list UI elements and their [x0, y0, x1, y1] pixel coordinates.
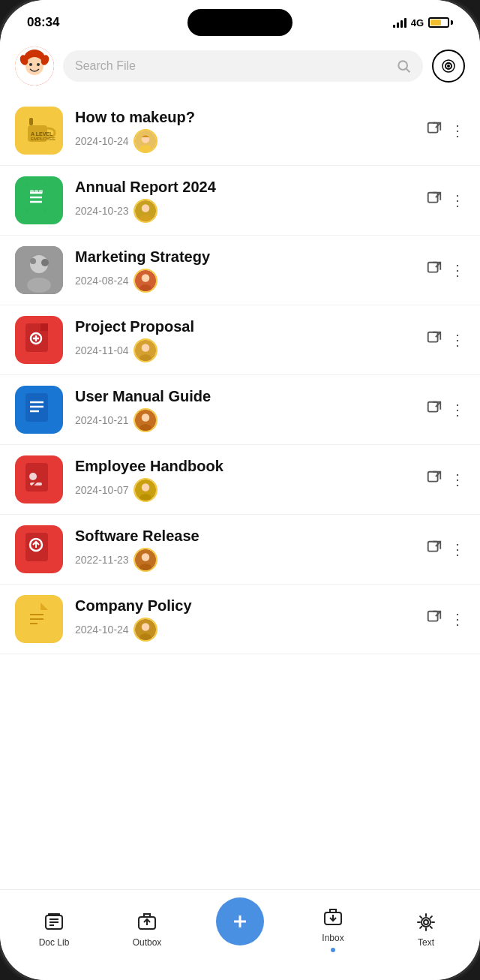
- list-item[interactable]: Annual Report 2024 2024-10-23: [0, 166, 480, 236]
- more-options-icon[interactable]: ⋮: [450, 470, 465, 488]
- file-avatar: [134, 618, 158, 642]
- open-external-icon[interactable]: [426, 260, 442, 281]
- avatar-svg: [15, 47, 54, 86]
- more-options-icon[interactable]: ⋮: [450, 401, 465, 419]
- signal-bars-icon: [393, 17, 406, 28]
- nav-label-inbox: Inbox: [322, 933, 344, 943]
- scan-icon: [440, 57, 458, 75]
- file-title: Annual Report 2024: [75, 179, 414, 196]
- more-options-icon[interactable]: ⋮: [450, 610, 465, 628]
- more-options-icon[interactable]: ⋮: [450, 122, 465, 140]
- file-date: 2024-10-07: [75, 484, 129, 496]
- list-item[interactable]: Marketing Strategy 2024-08-24: [0, 236, 480, 305]
- svg-point-75: [141, 553, 149, 561]
- file-avatar: [134, 548, 158, 572]
- svg-point-7: [398, 61, 407, 70]
- network-type: 4G: [411, 17, 424, 29]
- file-info: Software Release 2022-11-23: [75, 528, 414, 572]
- file-title: Employee Handbook: [75, 458, 414, 475]
- svg-point-85: [140, 633, 152, 642]
- svg-point-60: [140, 424, 152, 432]
- svg-point-99: [424, 920, 428, 924]
- file-avatar: [134, 338, 158, 362]
- dynamic-island: [188, 9, 292, 36]
- nav-item-outbox[interactable]: Outbox: [100, 910, 194, 948]
- file-info: Annual Report 2024 2024-10-23: [75, 179, 414, 223]
- file-date: 2022-11-23: [75, 554, 129, 566]
- file-actions: ⋮: [426, 400, 465, 420]
- file-actions: ⋮: [426, 470, 465, 490]
- open-external-icon[interactable]: [426, 330, 442, 350]
- search-bar[interactable]: Search File: [63, 50, 423, 82]
- nav-item-inbox[interactable]: Inbox: [286, 906, 380, 952]
- file-avatar: [134, 478, 158, 502]
- svg-point-37: [27, 278, 51, 293]
- file-icon-policy: [15, 595, 63, 643]
- open-external-icon[interactable]: [426, 470, 442, 490]
- phone-screen: 08:34 4G: [0, 0, 480, 980]
- outbox-icon: [135, 910, 159, 934]
- more-options-icon[interactable]: ⋮: [450, 540, 465, 558]
- file-actions: ⋮: [426, 191, 465, 211]
- svg-point-31: [140, 215, 152, 223]
- file-meta: 2024-11-04: [75, 338, 414, 362]
- nav-item-doc-lib[interactable]: Doc Lib: [8, 910, 100, 948]
- open-external-icon[interactable]: [426, 540, 442, 560]
- svg-text:EMPLOYEE: EMPLOYEE: [31, 137, 56, 141]
- inbox-active-dot: [331, 948, 335, 952]
- list-item[interactable]: Project Proposal 2024-11-04: [0, 305, 480, 375]
- svg-text:A LEVEL: A LEVEL: [31, 131, 53, 137]
- file-info: Company Policy 2024-10-24: [75, 597, 414, 642]
- phone-frame: 08:34 4G: [0, 0, 480, 980]
- file-meta: 2024-10-24: [75, 129, 414, 153]
- file-list: A LEVEL EMPLOYEE How to makeup? 2024-10-…: [0, 93, 480, 889]
- open-external-icon[interactable]: [426, 191, 442, 211]
- svg-point-18: [140, 145, 152, 153]
- file-actions: ⋮: [426, 330, 465, 350]
- file-date: 2024-08-24: [75, 275, 129, 287]
- nav-item-add[interactable]: [194, 897, 286, 960]
- open-external-icon[interactable]: [426, 609, 442, 630]
- add-button[interactable]: [216, 897, 264, 945]
- file-info: Project Proposal 2024-11-04: [75, 318, 414, 362]
- file-date: 2024-10-23: [75, 205, 129, 217]
- list-item[interactable]: A LEVEL EMPLOYEE How to makeup? 2024-10-…: [0, 96, 480, 166]
- svg-point-50: [141, 344, 149, 352]
- list-item[interactable]: Software Release 2022-11-23: [0, 515, 480, 585]
- list-item[interactable]: User Manual Guide 2024-10-21: [0, 375, 480, 445]
- file-avatar: [134, 129, 158, 153]
- list-item[interactable]: Employee Handbook 2024-10-07: [0, 445, 480, 515]
- file-actions: ⋮: [426, 609, 465, 630]
- svg-line-8: [406, 69, 410, 73]
- file-date: 2024-10-24: [75, 624, 129, 636]
- more-options-icon[interactable]: ⋮: [450, 261, 465, 279]
- file-icon-makeup: A LEVEL EMPLOYEE: [15, 107, 63, 155]
- svg-rect-92: [48, 913, 60, 916]
- file-avatar: [134, 199, 158, 223]
- scan-button[interactable]: [432, 50, 465, 83]
- nav-label-text: Text: [418, 937, 434, 948]
- svg-point-51: [140, 354, 152, 362]
- user-avatar[interactable]: [15, 47, 54, 86]
- nav-item-text[interactable]: Text: [380, 910, 472, 948]
- bottom-nav: Doc Lib Outbox: [0, 889, 480, 980]
- svg-point-4: [37, 63, 40, 66]
- svg-point-32: [143, 206, 147, 209]
- list-item[interactable]: Company Policy 2024-10-24: [0, 585, 480, 654]
- file-icon-annual: [15, 176, 63, 224]
- more-options-icon[interactable]: ⋮: [450, 191, 465, 209]
- file-title: Software Release: [75, 528, 414, 545]
- file-icon-proposal: [15, 316, 63, 364]
- more-options-icon[interactable]: ⋮: [450, 331, 465, 349]
- file-date: 2024-11-04: [75, 344, 129, 356]
- file-date: 2024-10-24: [75, 135, 129, 147]
- file-title: How to makeup?: [75, 109, 414, 126]
- file-title: User Manual Guide: [75, 388, 414, 405]
- search-placeholder: Search File: [75, 59, 390, 73]
- open-external-icon[interactable]: [426, 400, 442, 420]
- svg-point-38: [30, 258, 36, 264]
- file-info: Employee Handbook 2024-10-07: [75, 458, 414, 502]
- open-external-icon[interactable]: [426, 121, 442, 141]
- doc-lib-icon: [42, 910, 66, 934]
- header: Search File: [0, 39, 480, 93]
